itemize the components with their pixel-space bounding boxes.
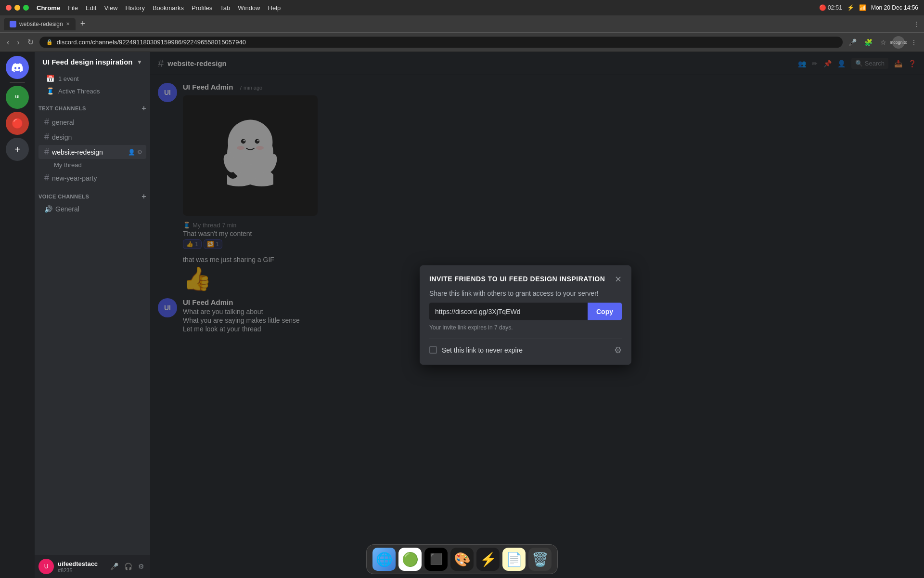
msg-content-1: UI Feed Admin 7 min ago xyxy=(183,83,916,216)
pin-icon[interactable]: 📌 xyxy=(823,60,832,67)
incognito-avatar[interactable]: Incognito xyxy=(892,36,905,49)
forward-button[interactable]: › xyxy=(15,37,21,48)
server-name-bar[interactable]: UI Feed design inspiration ▼ xyxy=(35,52,150,72)
server-icon-red[interactable]: 🔴 xyxy=(6,112,29,135)
extension-icon[interactable]: 🧩 xyxy=(862,37,874,48)
add-voice-channel-icon[interactable]: + xyxy=(141,192,146,201)
dock-icon-terminal[interactable]: ⬛ xyxy=(424,548,448,571)
svg-point-4 xyxy=(244,140,245,141)
dock-icon-chrome[interactable]: 🟢 xyxy=(398,548,422,571)
modal-subtitle: Share this link with others to grant acc… xyxy=(429,289,622,297)
channel-item-general-voice[interactable]: 🔊 General xyxy=(38,203,146,215)
refresh-button[interactable]: ↻ xyxy=(26,37,36,48)
user-tag: #8235 xyxy=(58,567,104,573)
browser-menu-icon[interactable]: ⋮ xyxy=(913,20,920,28)
msg-avatar-spacer-3 xyxy=(158,255,177,292)
channel-header-actions: 👥 ✏ 📌 👤 🔍 Search 📥 ❓ xyxy=(798,58,916,69)
tab-list: website-redesign ✕ + xyxy=(4,18,910,30)
menu-history[interactable]: History xyxy=(125,4,144,12)
text-channels-header[interactable]: TEXT CHANNELS + xyxy=(35,97,150,115)
dock-icon-notes[interactable]: 📄 xyxy=(502,548,526,571)
sidebar-item-events[interactable]: 📅 1 event xyxy=(38,73,146,84)
thread-item-my-thread[interactable]: My thread xyxy=(38,160,146,170)
menu-view[interactable]: View xyxy=(104,4,117,12)
dock-icon-trash[interactable]: 🗑️ xyxy=(528,548,552,571)
chrome-icon: 🟢 xyxy=(402,552,419,567)
members-icon[interactable]: 👥 xyxy=(798,60,806,67)
menu-tab[interactable]: Tab xyxy=(220,4,230,12)
reaction-repeat[interactable]: 🔁 1 xyxy=(204,239,222,249)
incognito-label: Incognito xyxy=(890,40,908,45)
server-name-text: UI Feed design inspiration xyxy=(42,58,133,66)
thread-reference: 🧵 My thread 7 min xyxy=(183,222,916,229)
threads-icon: 🧵 xyxy=(46,87,54,95)
minimize-window-button[interactable] xyxy=(14,5,20,11)
message-group-1: UI UI Feed Admin 7 min ago xyxy=(158,83,916,216)
sidebar-item-threads[interactable]: 🧵 Active Threads xyxy=(38,85,146,97)
tab-title: website-redesign xyxy=(19,21,63,27)
search-bar[interactable]: 🔍 Search xyxy=(851,58,888,69)
thread-time: 7 min xyxy=(222,222,236,229)
tab-close-button[interactable]: ✕ xyxy=(66,21,70,26)
user-icon: 👤 xyxy=(128,149,135,156)
channel-item-general[interactable]: # general xyxy=(38,115,146,129)
menu-file[interactable]: File xyxy=(68,4,78,12)
message-group-2: 🧵 My thread 7 min That wasn't my content… xyxy=(158,222,916,249)
traffic-lights xyxy=(6,5,29,11)
copy-button[interactable]: Copy xyxy=(588,303,622,320)
server-sidebar: UI 🔴 + xyxy=(0,52,35,578)
channel-item-new-year[interactable]: # new-year-party xyxy=(38,171,146,185)
channel-name-design: design xyxy=(52,133,72,141)
mute-button[interactable]: 🎤 xyxy=(108,561,120,572)
address-bar[interactable]: 🔒 discord.com/channels/92249118030915998… xyxy=(39,37,843,48)
inbox-icon[interactable]: 📥 xyxy=(894,60,902,67)
reaction-thumbsup[interactable]: 👍 1 xyxy=(183,239,202,249)
msg-content-2: 🧵 My thread 7 min That wasn't my content… xyxy=(183,222,916,249)
channel-item-design[interactable]: # design xyxy=(38,130,146,144)
deafen-button[interactable]: 🎧 xyxy=(122,561,134,572)
menu-window[interactable]: Window xyxy=(238,4,260,12)
server-icon-discord-home[interactable] xyxy=(6,56,29,79)
hash-icon: # xyxy=(44,132,49,142)
back-button[interactable]: ‹ xyxy=(5,37,11,48)
menu-edit[interactable]: Edit xyxy=(86,4,96,12)
active-tab[interactable]: website-redesign ✕ xyxy=(4,18,76,30)
close-window-button[interactable] xyxy=(6,5,12,11)
server-icon-purple[interactable]: + xyxy=(6,138,29,161)
reactions-2: 👍 1 🔁 1 xyxy=(183,237,916,249)
svg-point-5 xyxy=(257,140,258,141)
channel-item-website-redesign[interactable]: # website-redesign 👤 ⚙ xyxy=(38,145,146,159)
never-expire-checkbox[interactable] xyxy=(429,346,437,354)
dock-icon-lightning[interactable]: ⚡ xyxy=(476,548,500,571)
menu-bookmarks[interactable]: Bookmarks xyxy=(153,4,184,12)
invite-link-input[interactable] xyxy=(429,303,588,320)
voice-channels-header[interactable]: VOICE CHANNELS + xyxy=(35,185,150,203)
bookmark-icon[interactable]: ☆ xyxy=(878,37,888,48)
dock-icon-figma[interactable]: 🎨 xyxy=(450,548,474,571)
add-channel-icon[interactable]: + xyxy=(141,104,146,113)
dock-icon-finder[interactable]: 🌐 xyxy=(372,548,396,571)
maximize-window-button[interactable] xyxy=(23,5,29,11)
browser-more-icon[interactable]: ⋮ xyxy=(909,37,919,48)
app-container: UI 🔴 + UI Feed design inspiration ▼ 📅 1 … xyxy=(0,52,924,578)
gear-button[interactable]: ⚙ xyxy=(614,345,622,355)
new-tab-button[interactable]: + xyxy=(77,18,89,30)
member-list-icon[interactable]: 👤 xyxy=(837,60,846,67)
modal-close-button[interactable]: ✕ xyxy=(615,275,622,284)
menu-profiles[interactable]: Profiles xyxy=(192,4,212,12)
speaker-icon: 🔊 xyxy=(44,205,52,213)
help-icon[interactable]: ❓ xyxy=(908,60,916,67)
menu-help[interactable]: Help xyxy=(268,4,281,12)
settings-icon: ⚙ xyxy=(137,149,142,156)
settings-button[interactable]: ⚙ xyxy=(136,561,146,572)
events-icon: 📅 xyxy=(46,75,54,82)
server-icon-uifeed[interactable]: UI xyxy=(6,86,29,109)
finder-icon: 🌐 xyxy=(376,552,393,567)
microphone-icon[interactable]: 🎤 xyxy=(847,37,859,48)
user-controls: 🎤 🎧 ⚙ xyxy=(108,561,146,572)
msg-author-1: UI Feed Admin xyxy=(183,83,233,91)
dock: 🌐 🟢 ⬛ 🎨 ⚡ 📄 🗑️ xyxy=(366,544,558,574)
menu-chrome[interactable]: Chrome xyxy=(37,4,60,12)
hash-icon: # xyxy=(44,147,49,157)
edit-icon[interactable]: ✏ xyxy=(812,60,818,67)
